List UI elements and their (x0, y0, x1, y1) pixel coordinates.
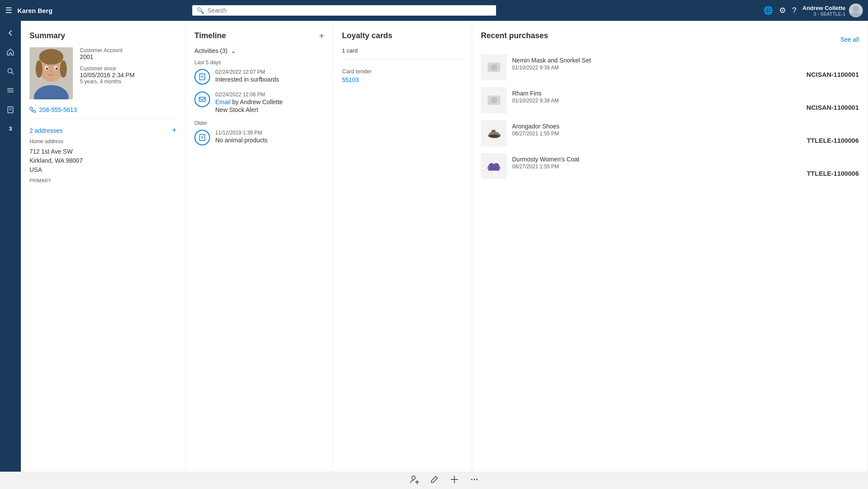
timeline-email-desc: New Stock Alert (215, 106, 283, 113)
purchases-header: Recent purchases See all (481, 31, 859, 47)
avatar[interactable] (849, 3, 863, 17)
purchase-thumb-2 (481, 87, 507, 113)
customer-header: Customer Account 2001 Customer since 10/… (30, 47, 177, 99)
customer-info: Customer Account 2001 Customer since 10/… (80, 47, 135, 99)
bottom-bar (21, 472, 868, 489)
purchase-item: Nemin Mask and Snorkel Set 01/10/2022 9:… (481, 54, 859, 80)
search-icon: 🔍 (197, 7, 204, 14)
loyalty-panel: Loyalty cards 1 card Card tender 55103 (333, 21, 472, 472)
purchase-id-1: NCISAN-1100001 (512, 71, 859, 78)
purchase-info-2: Rham Fins 01/10/2022 9:39 AM NCISAN-1100… (512, 90, 859, 111)
sidebar: 3 (0, 21, 21, 472)
purchase-name-4: Durmosty Women's Coat (512, 156, 859, 163)
chevron-down-icon[interactable]: ⌄ (231, 47, 236, 54)
svg-point-19 (56, 68, 58, 70)
timeline-title: Timeline (194, 31, 324, 40)
help-icon[interactable]: ? (792, 6, 796, 15)
svg-point-18 (46, 68, 48, 70)
older-label: Older (194, 120, 324, 126)
timeline-older-icon (194, 130, 210, 145)
phone-text[interactable]: 206-555-5613 (39, 106, 77, 113)
addresses-link[interactable]: 2 addresses (30, 127, 62, 134)
sidebar-item-back[interactable] (2, 24, 19, 42)
sidebar-badge-number[interactable]: 3 (2, 120, 19, 137)
loyalty-card-tender-label: Card tender (342, 68, 463, 75)
customer-since-block: Customer since 10/05/2016 2:34 PM 5 year… (80, 66, 135, 85)
purchase-info-4: Durmosty Women's Coat 08/27/2021 1:55 PM… (512, 156, 859, 177)
product-icon-generic (486, 59, 502, 75)
svg-rect-24 (200, 135, 205, 141)
add-address-button[interactable]: + (172, 126, 177, 135)
purchase-id-2: NCISAN-1100001 (512, 104, 859, 111)
purchase-name-1: Nemin Mask and Snorkel Set (512, 57, 859, 64)
add-timeline-button[interactable]: + (319, 31, 324, 41)
see-all-link[interactable]: See all (840, 36, 859, 43)
timeline-older-content: 11/12/2019 1:39 PM No animal products (215, 130, 268, 144)
sidebar-item-home[interactable] (2, 43, 19, 61)
settings-icon[interactable]: ⚙ (779, 6, 786, 15)
timeline-email-row: Email by Andrew Collette (215, 98, 283, 105)
email-link[interactable]: Email (215, 98, 230, 105)
product-icon-fins (486, 92, 502, 108)
purchases-panel: Recent purchases See all Nemin Mask and … (472, 21, 868, 472)
purchase-info-1: Nemin Mask and Snorkel Set 01/10/2022 9:… (512, 57, 859, 78)
timeline-item: 11/12/2019 1:39 PM No animal products (194, 130, 324, 145)
svg-point-0 (853, 6, 859, 12)
svg-rect-20 (200, 74, 205, 80)
address-text: 712 1st Ave SW Kirkland, WA 98007 USA (30, 147, 177, 174)
purchase-date-4: 08/27/2021 1:55 PM (512, 164, 859, 170)
timeline-panel: Timeline Activities (3) ⌄ + Last 5 days … (186, 21, 333, 472)
purchase-id-3: TTLELE-1100006 (512, 137, 859, 144)
top-nav-right: 🌐 ⚙ ? Andrew Collette 3 - SEATTLE-1 (763, 3, 863, 17)
svg-line-3 (12, 72, 13, 74)
add-customer-button[interactable] (410, 475, 419, 486)
address-line2: Kirkland, WA 98007 (30, 156, 177, 165)
globe-icon[interactable]: 🌐 (763, 6, 773, 15)
product-icon-shoe (486, 125, 502, 141)
loyalty-card-id[interactable]: 55103 (342, 76, 463, 83)
add-button[interactable] (450, 475, 459, 486)
more-button[interactable] (470, 475, 479, 486)
activities-label: Activities (3) (194, 47, 227, 54)
svg-point-28 (491, 64, 497, 70)
customer-account-value: 2001 (80, 53, 135, 60)
edit-button[interactable] (430, 475, 439, 486)
customer-since-duration: 5 years, 4 months (80, 79, 135, 85)
period-label-recent: Last 5 days (194, 59, 324, 66)
search-bar[interactable]: 🔍 (192, 5, 496, 16)
sidebar-item-clipboard[interactable] (2, 101, 19, 118)
customer-since-date: 10/05/2016 2:34 PM (80, 72, 135, 79)
purchase-thumb-1 (481, 54, 507, 80)
sidebar-item-search[interactable] (2, 62, 19, 80)
user-sub: 3 - SEATTLE-1 (802, 11, 845, 16)
top-navigation: ☰ Karen Berg 🔍 🌐 ⚙ ? Andrew Collette 3 -… (0, 0, 868, 21)
timeline-item: 02/24/2022 12:07 PM Interested in surfbo… (194, 69, 324, 85)
home-address-label: Home address (30, 138, 177, 144)
customer-account-block: Customer Account 2001 (80, 47, 135, 60)
timeline-note-icon (194, 69, 210, 85)
customer-since-label: Customer since (80, 66, 135, 72)
phone-number[interactable]: 206-555-5613 (30, 106, 177, 113)
svg-point-12 (39, 49, 63, 65)
purchase-thumb-4 (481, 153, 507, 179)
purchase-info-3: Arongador Shoes 08/27/2021 1:55 PM TTLEL… (512, 123, 859, 144)
svg-point-41 (471, 479, 473, 480)
timeline-older-desc: No animal products (215, 137, 268, 144)
svg-rect-23 (199, 97, 205, 102)
svg-point-32 (488, 135, 500, 137)
svg-point-1 (851, 12, 861, 17)
user-text: Andrew Collette 3 - SEATTLE-1 (802, 5, 845, 16)
svg-point-36 (412, 476, 415, 479)
home-address-block: Home address 712 1st Ave SW Kirkland, WA… (30, 138, 177, 183)
timeline-time-1: 02/24/2022 12:07 PM (215, 69, 279, 75)
loyalty-title: Loyalty cards (342, 31, 463, 40)
user-info: Andrew Collette 3 - SEATTLE-1 (802, 3, 863, 17)
hamburger-menu-icon[interactable]: ☰ (5, 6, 12, 15)
purchases-title: Recent purchases (481, 31, 548, 40)
activities-row: Activities (3) ⌄ (194, 47, 236, 54)
summary-panel: Summary (21, 21, 186, 472)
purchase-date-2: 01/10/2022 9:39 AM (512, 98, 859, 104)
search-input[interactable] (207, 7, 492, 14)
sidebar-item-menu[interactable] (2, 82, 19, 99)
purchase-name-3: Arongador Shoes (512, 123, 859, 130)
